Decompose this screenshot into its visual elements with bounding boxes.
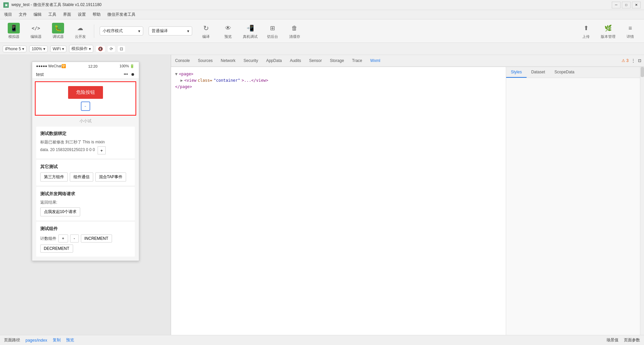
decrement-small-btn[interactable]: - [70, 234, 79, 243]
component-test-title: 测试组件 [40, 226, 131, 232]
details-button[interactable]: ≡ 详情 [622, 23, 639, 39]
zoom-select[interactable]: 100% ▾ [29, 46, 48, 52]
mode-arrow: ▾ [138, 29, 140, 33]
phone-nav: test ••• ⏺ [32, 70, 139, 79]
fit-screen-btn[interactable]: ⊡ [118, 46, 125, 52]
cloud-button[interactable]: ☁ 云开发 [72, 23, 89, 39]
action-arrow: ▾ [89, 47, 91, 51]
menu-project[interactable]: 项目 [3, 11, 13, 18]
nav-title: test [36, 72, 44, 77]
increment-btn[interactable]: INCREMENT [81, 234, 112, 243]
version-mgr-button[interactable]: 🌿 版本管理 [600, 23, 616, 39]
xml-line-3: </page> [175, 84, 502, 90]
audio-off-icon: 🔇 [98, 47, 103, 51]
rsidebar-tab-styles[interactable]: Styles [506, 67, 527, 78]
danger-button[interactable]: 危险按钮 [68, 86, 103, 99]
details-label: 详情 [627, 34, 634, 39]
compile-dropdown[interactable]: 普通编译 ▾ [149, 26, 192, 36]
minimize-button[interactable]: ─ [612, 2, 621, 8]
rsidebar-tab-dataset[interactable]: Dataset [527, 67, 550, 78]
close-button[interactable]: ✕ [632, 2, 641, 8]
network-test-buttons: 点我发起10个请求 [40, 207, 131, 216]
increment-small-btn[interactable]: + [58, 234, 68, 243]
simulator-button[interactable]: 📱 模拟器 [5, 23, 22, 39]
tab-wxml[interactable]: Wxml [366, 55, 384, 67]
clear-button[interactable]: 🗑 清缓存 [286, 23, 303, 39]
tab-appdata[interactable]: AppData [262, 55, 286, 67]
menu-help[interactable]: 帮助 [91, 11, 102, 18]
nav-controls: ••• ⏺ [124, 72, 135, 77]
maximize-button[interactable]: □ [622, 2, 631, 8]
menu-interface[interactable]: 界面 [62, 11, 72, 18]
refresh-button[interactable]: ↻ 编译 [198, 23, 214, 39]
tab-console[interactable]: Console [171, 55, 194, 67]
mode-dropdown[interactable]: 小程序模式 ▾ [100, 26, 143, 36]
right-sidebar: Styles Dataset ScopeData [506, 67, 640, 335]
compile-arrow: ▾ [187, 29, 189, 33]
separator1 [94, 24, 94, 38]
tab-audits[interactable]: Audits [286, 55, 305, 67]
counter-label: 计数组件 [40, 236, 56, 242]
menu-file[interactable]: 文件 [17, 11, 28, 18]
menu-edit[interactable]: 编辑 [32, 11, 43, 18]
phone-time: 12:20 [88, 64, 98, 68]
upload-button[interactable]: ⬆ 上传 [578, 23, 594, 39]
menu-wechat-dev[interactable]: 微信开发者工具 [106, 11, 137, 18]
phone-arrow: ▾ [22, 47, 24, 51]
other-test-title: 其它测试 [40, 164, 131, 170]
rsidebar-tab-scopedata[interactable]: ScopeData [550, 67, 579, 78]
other-test-buttons: 第三方组件 组件通信 混合TAP事件 [40, 172, 131, 182]
phone-model: iPhone 5 [5, 47, 21, 51]
minus-button[interactable]: - [81, 101, 90, 111]
xml-class-attr: class= [198, 77, 212, 84]
preview-button[interactable]: 👁 预览 [220, 23, 236, 39]
backend-button[interactable]: ⊞ 切后台 [264, 23, 281, 39]
rotate-btn[interactable]: ⟳ [108, 46, 115, 52]
third-party-component-btn[interactable]: 第三方组件 [40, 172, 68, 182]
page-params-button[interactable]: 页面参数 [624, 337, 640, 343]
zoom-value: 100% [32, 47, 42, 51]
simulator-label: 模拟器 [8, 34, 19, 39]
audio-off-btn[interactable]: 🔇 [96, 46, 105, 52]
preview-bottom-button[interactable]: 预览 [66, 337, 74, 343]
vertical-scrollbar[interactable] [640, 67, 644, 335]
backend-icon: ⊞ [266, 23, 278, 33]
mixed-tap-btn[interactable]: 混合TAP事件 [95, 172, 126, 182]
xml-view-content: >...</view> [241, 77, 268, 84]
data-binding-title: 测试数据绑定 [40, 131, 131, 137]
tab-storage[interactable]: Storage [326, 55, 348, 67]
clear-label: 清缓存 [289, 34, 300, 39]
network-value: WiFi [53, 47, 61, 51]
fit-screen-icon: ⊡ [120, 47, 123, 51]
tab-sources[interactable]: Sources [194, 55, 217, 67]
devtools-panel: Console Sources Network Security AppData… [171, 55, 644, 335]
page-path-label: 页面路径 [4, 337, 20, 343]
menu-settings[interactable]: 设置 [76, 11, 87, 18]
xml-toggle-1[interactable]: ▼ [175, 71, 177, 77]
tab-security[interactable]: Security [239, 55, 262, 67]
decrement-btn[interactable]: DECREMENT [40, 245, 73, 253]
tab-network[interactable]: Network [217, 55, 239, 67]
phone-select[interactable]: iPhone 5 ▾ [3, 46, 26, 52]
tab-sensor[interactable]: Sensor [305, 55, 326, 67]
action-select[interactable]: 模拟操作 ▾ [69, 45, 93, 53]
devtools-more-icon[interactable]: ⋮ [631, 58, 635, 63]
nav-dots: ••• [124, 72, 128, 77]
copy-button[interactable]: 复制 [53, 337, 61, 343]
signal-icon: ●●●●● WeChat🛜 [36, 64, 66, 68]
menu-tools[interactable]: 工具 [47, 11, 58, 18]
network-request-btn[interactable]: 点我发起10个请求 [40, 207, 80, 216]
debugger-icon: 🐛 [52, 23, 64, 33]
scene-value-button[interactable]: 场景值 [606, 337, 619, 343]
warning-badge: ⚠ 3 [622, 58, 629, 63]
component-communication-btn[interactable]: 组件通信 [70, 172, 93, 182]
plus-button[interactable]: + [98, 146, 106, 154]
app-icon: ▣ [3, 2, 9, 8]
devtools-undock-icon[interactable]: ⊡ [638, 58, 641, 63]
tab-trace[interactable]: Trace [348, 55, 366, 67]
debugger-button[interactable]: 🐛 调试器 [50, 23, 66, 39]
network-select[interactable]: WiFi ▾ [50, 46, 66, 52]
editor-button[interactable]: </> 编辑器 [28, 23, 44, 39]
device-button[interactable]: 📲 真机调试 [242, 23, 259, 39]
xml-toggle-2[interactable]: ▶ [180, 77, 183, 84]
